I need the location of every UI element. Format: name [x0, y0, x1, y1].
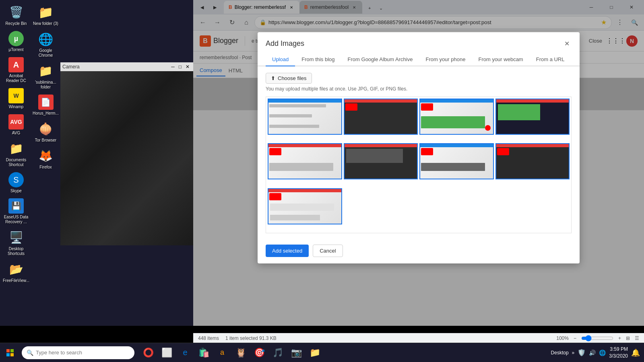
icon-easeus[interactable]: 💾 EaseUS Data Recovery ...: [2, 196, 30, 226]
modal-tab-upload[interactable]: Upload: [266, 53, 295, 66]
windows-icon: [6, 349, 14, 356]
icon-desktop-shortcuts[interactable]: 🖥️ Desktop Shortcuts: [2, 227, 30, 258]
clock-date: 3/3/2020: [609, 353, 628, 360]
taskbar-cortana[interactable]: ⭕: [139, 344, 157, 362]
icon-tor-browser[interactable]: 🧅 Tor Browser: [32, 119, 60, 145]
zoom-in-icon[interactable]: +: [618, 335, 621, 341]
icon-label-winamp: Winamp: [9, 105, 24, 109]
taskbar-tray: Desktop » 🛡️ 🔊 🌐 3:59 PM 3/3/2020 🔔: [551, 346, 644, 360]
svg-rect-3: [10, 353, 14, 356]
taskbar-edge[interactable]: e: [176, 344, 194, 362]
view-icon-1[interactable]: ⊞: [626, 335, 630, 341]
icon-skype[interactable]: S Skype: [2, 170, 30, 195]
documents-icon: 📁: [8, 140, 24, 156]
cancel-button[interactable]: Cancel: [313, 245, 343, 257]
image-grid: [266, 97, 572, 233]
view-icon-2[interactable]: ☰: [635, 335, 639, 341]
icon-firefox[interactable]: 🦊 Firefox: [32, 146, 60, 172]
speaker-icon[interactable]: 🔊: [589, 350, 596, 356]
svg-rect-0: [6, 349, 10, 352]
add-selected-button[interactable]: Add selected: [266, 245, 309, 257]
desktop-icon-area: 🗑️ Recycle Bin µ µTorrent A Acrobat Read…: [0, 0, 62, 314]
search-input[interactable]: [36, 350, 130, 356]
camera-preview: [60, 62, 193, 245]
status-bar: 448 items 1 item selected 91.3 KB 100% −…: [193, 333, 644, 343]
image-thumb-5[interactable]: [268, 143, 342, 179]
icon-subliminal[interactable]: 📁 'sublimina... folder: [32, 61, 60, 92]
icon-freefileview[interactable]: 📂 FreeFileView...: [2, 259, 30, 285]
zoom-slider[interactable]: [581, 335, 613, 341]
subliminal-icon: 📁: [38, 63, 54, 79]
horus-icon: 📄: [38, 95, 54, 110]
svg-rect-2: [6, 353, 10, 356]
image-thumb-9[interactable]: [268, 188, 342, 224]
taskbar-tripadvisor[interactable]: 🦉: [232, 344, 250, 362]
icon-label-subliminal: 'sublimina... folder: [33, 80, 59, 90]
taskbar-media[interactable]: 🎵: [269, 344, 287, 362]
freefileview-icon: 📂: [8, 261, 24, 277]
upload-area: ⬆ Choose files You may upload multiple f…: [266, 73, 572, 92]
zoom-out-icon[interactable]: −: [574, 335, 576, 341]
taskbar-files[interactable]: 📁: [306, 344, 324, 362]
modal-tab-from-webcam[interactable]: From your webcam: [472, 53, 529, 66]
new-folder-icon: 📁: [38, 4, 54, 20]
camera-close[interactable]: ✕: [184, 64, 191, 70]
camera-maximize[interactable]: □: [177, 64, 183, 70]
icon-new-folder[interactable]: 📁 New folder (3): [32, 2, 60, 28]
image-thumb-8[interactable]: [495, 143, 570, 179]
icon-label-desktop-shortcuts: Desktop Shortcuts: [3, 247, 29, 256]
camera-label: Camera: [62, 64, 80, 70]
icon-utorrent[interactable]: µ µTorrent: [2, 29, 30, 54]
icon-label-freefileview: FreeFileView...: [3, 278, 29, 283]
system-clock[interactable]: 3:59 PM 3/3/2020: [609, 346, 628, 360]
icon-label-utorrent: µTorrent: [9, 47, 24, 52]
icon-label-acrobat: Acrobat Reader DC: [3, 74, 29, 83]
icon-google-chrome[interactable]: 🌐 Google Chrome: [32, 29, 60, 60]
utorrent-icon: µ: [8, 31, 24, 46]
image-thumb-4[interactable]: [495, 99, 570, 135]
upload-icon: ⬆: [271, 75, 275, 81]
easeus-icon: 💾: [8, 198, 24, 214]
network-icon[interactable]: 🌐: [599, 350, 606, 356]
icon-horus[interactable]: 📄 Horus_Herm...: [32, 93, 60, 118]
desktop-label: Desktop: [551, 350, 569, 356]
camera-window-title: Camera ─ □ ✕: [60, 62, 193, 71]
modal-tab-from-blog[interactable]: From this blog: [295, 53, 341, 66]
modal-close-button[interactable]: ✕: [562, 39, 572, 48]
notification-icon[interactable]: 🔔: [631, 348, 640, 357]
image-thumb-2[interactable]: [344, 99, 418, 135]
skype-icon: S: [8, 172, 24, 187]
image-thumb-6[interactable]: [344, 143, 418, 179]
image-thumb-3[interactable]: [419, 99, 494, 135]
icon-documents-shortcut[interactable]: 📁 Documents Shortcut: [2, 138, 30, 169]
icon-acrobat[interactable]: A Acrobat Reader DC: [2, 55, 30, 85]
taskbar-camera-task[interactable]: 📷: [287, 344, 305, 362]
desktop: Camera ─ □ ✕ 🗑️ Recycle Bin µ µTorrent A…: [0, 0, 193, 326]
taskbar-app1[interactable]: 🎯: [250, 344, 268, 362]
taskbar-store[interactable]: 🛍️: [195, 344, 213, 362]
icon-avg[interactable]: AVG AVG: [2, 112, 30, 138]
icon-winamp[interactable]: W Winamp: [2, 86, 30, 111]
desktop-shortcuts-icon: 🖥️: [8, 229, 24, 245]
camera-minimize[interactable]: ─: [169, 64, 176, 70]
status-right: 100% − + ⊞ ☰: [556, 335, 639, 341]
taskbar-task-view[interactable]: ⬜: [158, 344, 175, 362]
svg-rect-1: [10, 349, 14, 352]
image-thumb-7[interactable]: [419, 143, 494, 179]
taskbar: 🔍 ⭕ ⬜ e 🛍️ a 🦉 🎯 🎵 📷 📁 Desktop » 🛡️ 🔊 🌐 …: [0, 343, 644, 362]
icon-label-horus: Horus_Herm...: [33, 111, 59, 116]
modal-tab-from-phone[interactable]: From your phone: [419, 53, 472, 66]
icon-recycle-bin[interactable]: 🗑️ Recycle Bin: [2, 2, 30, 28]
choose-files-button[interactable]: ⬆ Choose files: [266, 73, 312, 84]
modal-overlay: Add Images ✕ Upload From this blog From …: [193, 0, 644, 326]
image-thumb-1[interactable]: [268, 99, 342, 135]
acrobat-icon: A: [8, 57, 24, 72]
modal-tab-google-album[interactable]: From Google Album Archive: [341, 53, 419, 66]
show-desktop-button[interactable]: »: [572, 350, 575, 356]
taskbar-amazon[interactable]: a: [213, 344, 231, 362]
choose-files-label: Choose files: [278, 75, 307, 81]
icon-label-skype: Skype: [10, 189, 22, 193]
taskbar-search-box[interactable]: 🔍: [22, 346, 134, 359]
modal-tab-from-url[interactable]: From a URL: [530, 53, 571, 66]
start-button[interactable]: [0, 343, 20, 362]
